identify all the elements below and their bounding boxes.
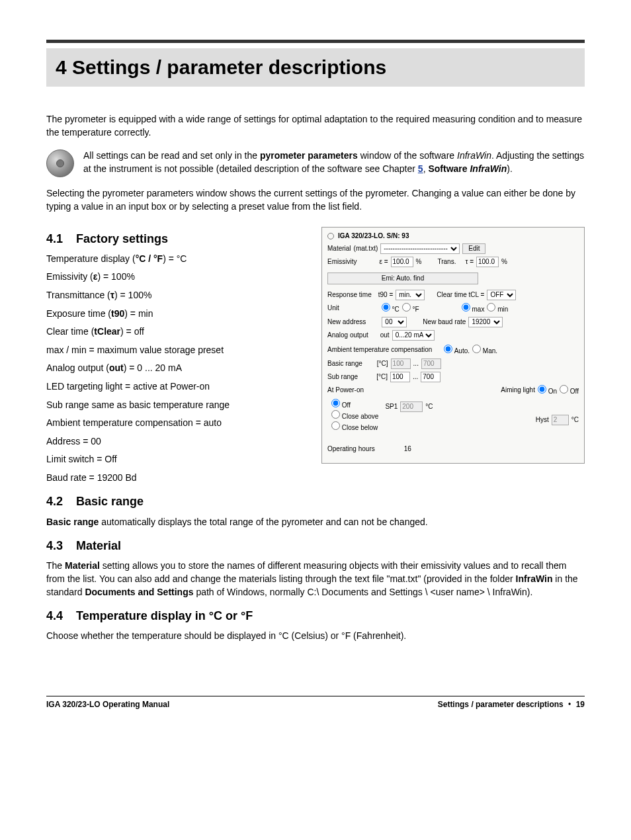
sp1-input xyxy=(400,401,423,412)
emissivity-label: Emissivity xyxy=(327,257,357,267)
unit-c-radio[interactable]: °C xyxy=(382,303,400,314)
trans-label: Trans. xyxy=(437,257,456,267)
material-label: Material xyxy=(327,244,351,253)
degc: °C xyxy=(571,415,579,425)
factory-settings-list: Temperature display (°C / °F) = °C Emiss… xyxy=(46,253,310,485)
section-4-3-heading: 4.3 Material xyxy=(46,538,585,554)
section-4-2-heading: 4.2 Basic range xyxy=(46,493,585,510)
dots: ... xyxy=(413,359,419,368)
unit-f-radio[interactable]: °F xyxy=(402,303,419,314)
dots: ... xyxy=(413,372,418,382)
operating-hours-label: Operating hours xyxy=(327,444,375,454)
emissivity-input[interactable] xyxy=(391,257,413,267)
p43: The Material setting allows you to store… xyxy=(46,560,585,599)
sub-range-label: Sub range xyxy=(327,372,358,382)
basic-range-lo xyxy=(391,358,411,369)
auto-find-button[interactable]: Emi: Auto. find xyxy=(327,273,478,284)
aim-off-radio[interactable]: Off xyxy=(560,385,579,396)
analog-output-label: Analog output xyxy=(327,331,368,340)
panel-title: IGA 320/23-LO. S/N: 93 xyxy=(338,231,409,241)
clear-time-select[interactable]: OFF xyxy=(487,290,516,300)
baud-select[interactable]: 19200 xyxy=(468,317,503,327)
intro-paragraph: The pyrometer is equipped with a wide ra… xyxy=(46,113,585,139)
poweron-close-above-radio[interactable]: Close above xyxy=(331,413,378,420)
atc-man-radio[interactable]: Man. xyxy=(472,345,497,356)
unit-label: Unit xyxy=(327,304,339,313)
page-footer: IGA 320/23-LO Operating Manual Settings … xyxy=(46,696,585,710)
aiming-light-label: Aiming light xyxy=(501,386,535,395)
sub-range-lo-input[interactable] xyxy=(390,372,410,382)
pct: % xyxy=(416,257,422,267)
min-radio[interactable]: min xyxy=(487,303,508,314)
chapter-5-link[interactable]: 5 xyxy=(418,163,423,174)
out-label: out xyxy=(380,331,390,340)
section-4-1-heading: 4.1 Factory settings xyxy=(46,231,310,247)
poweron-close-below-radio[interactable]: Close below xyxy=(331,424,378,431)
t: All settings can be read and set only in… xyxy=(83,150,260,161)
sp1-label: SP1 xyxy=(385,402,398,411)
t: Software InfraWin xyxy=(428,163,507,174)
footer-right: Settings / parameter descriptions • 19 xyxy=(438,699,585,710)
p44: Choose whether the temperature should be… xyxy=(46,630,585,643)
aim-on-radio[interactable]: On xyxy=(538,385,557,396)
poweron-off-radio[interactable]: Off xyxy=(331,401,351,409)
chapter-heading: 4 Settings / parameter descriptions xyxy=(46,48,585,87)
note-icon xyxy=(46,149,74,177)
basic-range-hi xyxy=(421,358,441,369)
parameters-panel: IGA 320/23-LO. S/N: 93 Material (mat.txt… xyxy=(321,227,585,464)
sub-range-hi-input[interactable] xyxy=(421,372,441,382)
response-time-label: Response time xyxy=(327,290,372,300)
new-baud-label: New baud rate xyxy=(423,317,466,327)
analog-output-select[interactable]: 0...20 mA xyxy=(392,330,435,341)
material-select[interactable]: ----------------------------- xyxy=(380,243,460,254)
hyst-label: Hyst xyxy=(536,415,549,425)
basic-range-label: Basic range xyxy=(327,359,362,368)
footer-left: IGA 320/23-LO Operating Manual xyxy=(46,699,169,710)
t90-label: t90 = xyxy=(378,290,394,300)
edit-button[interactable]: Edit xyxy=(462,243,485,254)
pct: % xyxy=(501,257,507,267)
operating-hours-value: 16 xyxy=(404,444,411,454)
t: window of the software xyxy=(358,150,457,161)
t: InfraWin xyxy=(457,150,491,161)
disk-icon xyxy=(327,233,334,239)
top-rule xyxy=(46,40,585,43)
note-text: All settings can be read and set only in… xyxy=(83,149,585,178)
tau-label: τ = xyxy=(465,257,474,267)
p42: Basic range automatically displays the t… xyxy=(46,516,585,529)
degc-label: [°C] xyxy=(376,372,388,382)
degc: °C xyxy=(425,402,433,411)
new-address-label: New address xyxy=(327,317,366,327)
degc-label: [°C] xyxy=(377,359,388,368)
note-block: All settings can be read and set only in… xyxy=(46,149,585,178)
atc-auto-radio[interactable]: Auto. xyxy=(444,345,470,356)
hyst-input xyxy=(552,415,569,425)
address-select[interactable]: 00 xyxy=(382,317,407,327)
section-4-4-heading: 4.4 Temperature display in °C or °F xyxy=(46,608,585,624)
mattxt-label: (mat.txt) xyxy=(354,244,378,253)
t: pyrometer parameters xyxy=(260,150,358,161)
t90-select[interactable]: min. xyxy=(396,290,425,300)
clear-time-label: Clear time tCL = xyxy=(437,290,484,300)
atc-label: Ambient temperature compensation xyxy=(327,345,432,355)
t: ). xyxy=(507,163,513,174)
eps-label: ε = xyxy=(379,257,388,267)
max-radio[interactable]: max xyxy=(462,303,485,314)
power-on-label: At Power-on xyxy=(327,386,364,395)
trans-input[interactable] xyxy=(476,257,499,267)
after-note-paragraph: Selecting the pyrometer parameters windo… xyxy=(46,187,585,213)
